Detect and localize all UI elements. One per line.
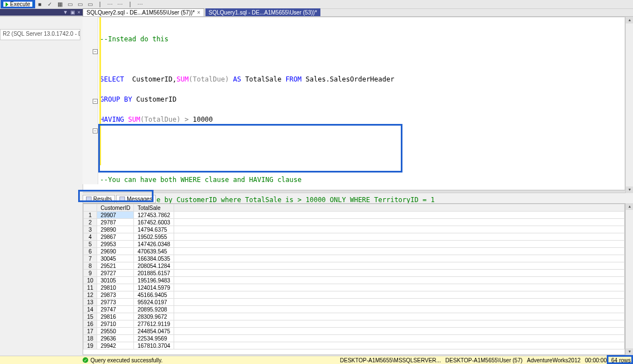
close-icon[interactable]: × (78, 9, 80, 15)
close-icon[interactable]: × (197, 9, 200, 16)
sql-editor[interactable]: --Instead do this SELECT CustomerID,SUM(… (83, 17, 633, 193)
table-row[interactable]: 132977395924.0197 (84, 299, 625, 306)
toolbar-icon[interactable]: ▭ (66, 1, 74, 8)
tab-inactive[interactable]: SQLQuery1.sql - DE...A1M5655\User (53))* (205, 8, 320, 16)
table-row[interactable]: 229787167452.6003 (84, 219, 625, 226)
table-row[interactable]: 152981628309.9672 (84, 313, 625, 320)
cell-totalsale[interactable]: 124014.5979 (134, 284, 174, 291)
cell-customerid[interactable]: 29890 (97, 226, 134, 233)
row-number: 11 (84, 284, 97, 291)
scroll-up-icon[interactable]: ▴ (626, 203, 633, 210)
cell-customerid[interactable]: 29810 (97, 284, 134, 291)
cell-spacer (174, 299, 624, 306)
table-row[interactable]: 1929942167810.3704 (84, 342, 625, 349)
cell-customerid[interactable]: 29636 (97, 335, 134, 342)
table-row[interactable]: 730045166384.0535 (84, 255, 625, 262)
toolbar-icon[interactable]: ⋯ (136, 1, 144, 8)
cell-totalsale[interactable]: 167810.3704 (134, 342, 174, 349)
parse-check-icon[interactable]: ✓ (46, 1, 54, 8)
table-row[interactable]: 829521208054.1284 (84, 262, 625, 270)
cell-totalsale[interactable]: 201885.6157 (134, 270, 174, 277)
table-row[interactable]: 122987345166.9405 (84, 291, 625, 299)
cell-customerid[interactable]: 29953 (97, 241, 134, 248)
cell-customerid[interactable]: 29710 (97, 320, 134, 328)
table-row[interactable]: 142974720895.9208 (84, 306, 625, 313)
toolbar-icon[interactable]: ▦ (56, 1, 64, 8)
toolbar-icon[interactable]: ⋯ (106, 1, 114, 8)
table-row[interactable]: 129907127453.7862 (84, 212, 625, 219)
collapse-toggle-icon[interactable]: − (93, 99, 98, 104)
server-node[interactable]: R2 (SQL Server 13.0.1742.0 - DESKTOP-A (0, 29, 80, 40)
table-row[interactable]: 1729550244854.0475 (84, 328, 625, 335)
messages-tab[interactable]: Messages (116, 195, 156, 203)
table-row[interactable]: 182963622534.9569 (84, 335, 625, 342)
cell-totalsale[interactable]: 19502.5955 (134, 233, 174, 241)
row-number: 10 (84, 277, 97, 284)
cell-customerid[interactable]: 29550 (97, 328, 134, 335)
editor-scrollbar[interactable]: ▴ ▾ (625, 17, 633, 193)
scroll-up-icon[interactable]: ▴ (626, 17, 633, 23)
execute-button[interactable]: Execute (2, 1, 33, 8)
table-row[interactable]: 629690470639.545 (84, 248, 625, 255)
pushpin-icon[interactable]: ▣ (70, 9, 75, 15)
column-header[interactable]: CustomerID (97, 204, 134, 212)
status-rows: 64 rows (611, 357, 631, 363)
table-row[interactable]: 32989014794.6375 (84, 226, 625, 233)
collapse-toggle-icon[interactable]: − (93, 49, 98, 54)
stop-icon[interactable]: ■ (36, 1, 44, 8)
cell-totalsale[interactable]: 208054.1284 (134, 262, 174, 270)
cell-totalsale[interactable]: 28309.9672 (134, 313, 174, 320)
cell-customerid[interactable]: 29907 (97, 212, 134, 219)
cell-totalsale[interactable]: 244854.0475 (134, 328, 174, 335)
table-row[interactable]: 929727201885.6157 (84, 270, 625, 277)
cell-customerid[interactable]: 29727 (97, 270, 134, 277)
cell-totalsale[interactable]: 195196.9483 (134, 277, 174, 284)
pin-icon[interactable]: ▼ (63, 9, 68, 15)
table-row[interactable]: 1629710277612.9119 (84, 320, 625, 328)
cell-totalsale[interactable]: 470639.545 (134, 248, 174, 255)
results-splitter[interactable] (83, 190, 633, 193)
table-row[interactable]: 529953147426.0348 (84, 241, 625, 248)
cell-customerid[interactable]: 29747 (97, 306, 134, 313)
row-number: 1 (84, 212, 97, 219)
table-row[interactable]: 42986719502.5955 (84, 233, 625, 241)
table-row[interactable]: 1129810124014.5979 (84, 284, 625, 291)
toolbar-icon[interactable]: ▭ (76, 1, 84, 8)
cell-customerid[interactable]: 29942 (97, 342, 134, 349)
editor-content[interactable]: --Instead do this SELECT CustomerID,SUM(… (83, 17, 625, 193)
column-header[interactable]: TotalSale (134, 204, 174, 212)
scroll-down-icon[interactable]: ▾ (626, 348, 633, 355)
cell-spacer (174, 226, 624, 233)
play-icon (6, 2, 8, 7)
toolbar-icon[interactable]: ▭ (86, 1, 94, 8)
cell-customerid[interactable]: 29521 (97, 262, 134, 270)
table-row[interactable]: 1030105195196.9483 (84, 277, 625, 284)
cell-totalsale[interactable]: 277612.9119 (134, 320, 174, 328)
collapse-toggle-icon[interactable]: − (93, 128, 98, 133)
cell-customerid[interactable]: 29773 (97, 299, 134, 306)
cell-customerid[interactable]: 29816 (97, 313, 134, 320)
cell-customerid[interactable]: 29690 (97, 248, 134, 255)
cell-totalsale[interactable]: 95924.0197 (134, 299, 174, 306)
cell-totalsale[interactable]: 167452.6003 (134, 219, 174, 226)
cell-customerid[interactable]: 29867 (97, 233, 134, 241)
grid-scrollbar[interactable]: ▴ ▾ (625, 203, 633, 355)
cell-spacer (174, 219, 624, 226)
cell-customerid[interactable]: 30105 (97, 277, 134, 284)
cell-totalsale[interactable]: 20895.9208 (134, 306, 174, 313)
cell-spacer (174, 313, 624, 320)
cell-totalsale[interactable]: 22534.9569 (134, 335, 174, 342)
cell-totalsale[interactable]: 127453.7862 (134, 212, 174, 219)
cell-totalsale[interactable]: 14794.6375 (134, 226, 174, 233)
results-tab[interactable]: Results (83, 195, 115, 203)
toolbar-icon[interactable]: ⋯ (116, 1, 124, 8)
tab-active[interactable]: SQLQuery2.sql - DE...A1M5655\User (57))*… (83, 8, 204, 16)
cell-customerid[interactable]: 29787 (97, 219, 134, 226)
cell-totalsale[interactable]: 166384.0535 (134, 255, 174, 262)
scroll-down-icon[interactable]: ▾ (626, 186, 633, 193)
cell-customerid[interactable]: 30045 (97, 255, 134, 262)
results-grid[interactable]: CustomerID TotalSale 129907127453.786222… (83, 203, 625, 355)
cell-totalsale[interactable]: 147426.0348 (134, 241, 174, 248)
cell-customerid[interactable]: 29873 (97, 291, 134, 299)
cell-totalsale[interactable]: 45166.9405 (134, 291, 174, 299)
